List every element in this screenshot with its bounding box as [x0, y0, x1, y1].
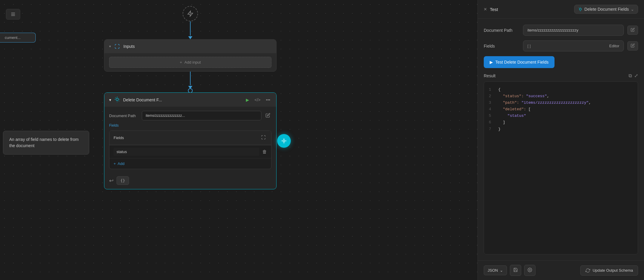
inputs-node-title: Inputs: [123, 44, 135, 49]
panel-footer: JSON ⌄ Update Output Schema: [478, 260, 644, 280]
inputs-chevron-icon[interactable]: ▾: [109, 44, 111, 48]
delete-node-actions: ▶ </> •••: [245, 97, 271, 103]
flow-container: ▾ Inputs + Add input: [104, 6, 277, 189]
canvas: cument... An array of field names to del…: [0, 0, 477, 280]
document-path-edit-button[interactable]: [264, 112, 271, 120]
add-input-button[interactable]: + Add input: [109, 57, 271, 68]
trigger-to-inputs-connector: [104, 21, 277, 39]
more-button[interactable]: •••: [265, 97, 271, 103]
play-button[interactable]: ▶: [245, 97, 250, 103]
panel-document-path-input[interactable]: [523, 25, 624, 36]
panel-document-path-row: Document Path: [484, 25, 638, 36]
inputs-node: ▾ Inputs + Add input: [104, 39, 277, 72]
result-line-2: 2 "status": "success",: [489, 93, 633, 100]
delete-node-title: Delete Document F...: [123, 97, 162, 102]
delete-document-node: ▾ Delete Document F...: [104, 92, 277, 189]
delete-node-header: ▾ Delete Document F...: [104, 93, 276, 107]
svg-line-7: [119, 101, 119, 101]
panel-fields-value: [ ] Editor: [523, 40, 624, 51]
delete-fields-icon: [578, 7, 583, 12]
svg-line-18: [579, 8, 579, 8]
copy-result-button[interactable]: ⧉: [629, 73, 632, 78]
save-button[interactable]: [510, 265, 521, 276]
panel-body: Document Path Fields [ ] Editor: [478, 19, 644, 260]
fields-bracket: [ ]: [527, 44, 531, 48]
result-title: Result: [484, 73, 496, 78]
panel-close-button[interactable]: ×: [484, 6, 487, 12]
svg-point-10: [283, 140, 285, 142]
inputs-icon: [114, 43, 120, 50]
fields-link-row: Fields: [109, 123, 271, 128]
fields-expand-button[interactable]: [260, 134, 267, 142]
json-format-dropdown[interactable]: JSON ⌄: [484, 265, 507, 275]
chevron-down-icon: ⌄: [631, 7, 634, 12]
add-field-button[interactable]: + Add: [109, 158, 271, 169]
trigger-node[interactable]: [104, 6, 277, 21]
panel-document-path-label: Document Path: [484, 28, 519, 33]
result-line-3: 3 "path": "items/zzzzzzzzzzzzzzzzzzzzy",: [489, 100, 633, 106]
inputs-node-header: ▾ Inputs: [104, 40, 276, 53]
update-schema-button[interactable]: Update Output Schema: [580, 265, 638, 276]
panel-header: × Test Delete Document Fields ⌄: [478, 0, 644, 19]
refresh-icon: [585, 268, 590, 273]
delete-node-body: Document Path items/zzzzzzzzzzzzzzz... F…: [104, 107, 276, 173]
fields-editor-label: Editor: [609, 44, 619, 48]
test-button[interactable]: ▶ Test Delete Document Fields: [484, 56, 555, 68]
delete-node-icon: [114, 96, 120, 103]
panel-title: Test: [490, 7, 498, 12]
fields-link[interactable]: Fields: [109, 123, 271, 128]
result-line-5: 5 "status": [489, 113, 633, 119]
document-path-value: items/zzzzzzzzzzzzzzz...: [142, 111, 261, 120]
panel-action-dropdown[interactable]: Delete Document Fields ⌄: [574, 5, 638, 14]
play-icon: ▶: [490, 60, 493, 65]
delete-node-wrapper: ▾ Delete Document F...: [104, 92, 277, 189]
right-panel: × Test Delete Document Fields ⌄ Document…: [477, 0, 644, 280]
code-button[interactable]: </>: [253, 97, 262, 103]
result-header: Result ⧉ ⤢: [484, 73, 638, 78]
tooltip-box: An array of field names to delete from t…: [3, 131, 89, 155]
code-block-button[interactable]: {}: [117, 176, 129, 185]
panel-fields-label: Fields: [484, 44, 519, 48]
field-value-input[interactable]: [114, 148, 259, 156]
plus-icon: +: [114, 161, 116, 166]
dropdown-chevron-icon: ⌄: [500, 268, 503, 273]
plus-icon: +: [180, 60, 182, 65]
panel-document-path-edit-button[interactable]: [627, 26, 638, 35]
result-box: 1 { 2 "status": "success", 3 "path": "it…: [484, 81, 638, 254]
inputs-to-delete-connector: [104, 72, 277, 92]
result-line-6: 6 ]: [489, 119, 633, 126]
inputs-node-body: + Add input: [104, 53, 276, 71]
result-line-1: 1 {: [489, 86, 633, 93]
delete-chevron-icon[interactable]: ▾: [109, 97, 111, 102]
field-item: 🗑: [109, 145, 271, 158]
panel-header-left: × Test: [484, 6, 498, 12]
panel-fields-edit-button[interactable]: [627, 41, 638, 51]
svg-point-3: [116, 98, 118, 100]
svg-point-15: [579, 8, 581, 10]
svg-point-19: [529, 269, 530, 270]
doc-card-partial[interactable]: cument...: [0, 33, 36, 43]
fields-section: Fields 🗑 +: [109, 130, 271, 169]
result-line-4: 4 "deleted": [: [489, 106, 633, 113]
svg-line-6: [115, 97, 116, 98]
node-bottom-row: ↩ {}: [104, 173, 276, 189]
result-line-7: 7 }: [489, 126, 633, 133]
fields-header: Fields: [109, 131, 271, 145]
result-actions: ⧉ ⤢: [629, 73, 638, 78]
back-button[interactable]: ↩: [109, 177, 114, 184]
panel-action-title: Delete Document Fields: [585, 7, 629, 12]
trigger-circle[interactable]: [183, 6, 198, 21]
delete-field-button[interactable]: 🗑: [262, 149, 267, 155]
document-path-row: Document Path items/zzzzzzzzzzzzzzz...: [109, 111, 271, 120]
sidebar-toggle-button[interactable]: [6, 9, 20, 20]
expand-result-button[interactable]: ⤢: [634, 73, 638, 78]
node-glow-button[interactable]: [277, 134, 291, 148]
result-section: Result ⧉ ⤢ 1 { 2 "status": "success", 3: [484, 73, 638, 254]
document-path-label: Document Path: [109, 114, 139, 118]
settings-button[interactable]: [524, 265, 535, 276]
panel-fields-row: Fields [ ] Editor: [484, 40, 638, 51]
